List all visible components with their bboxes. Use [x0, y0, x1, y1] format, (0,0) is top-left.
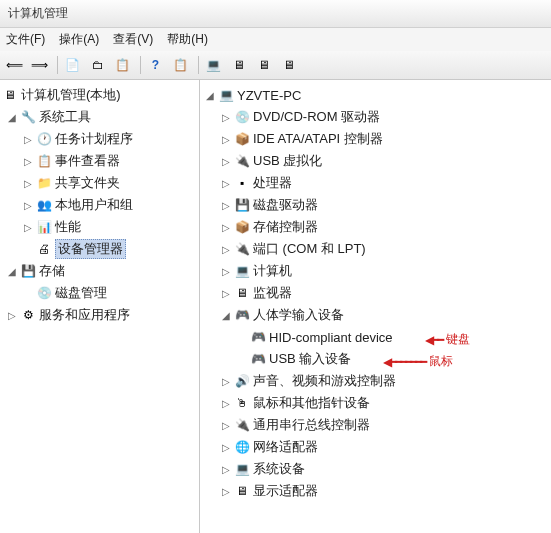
- expand-icon[interactable]: ▷: [220, 287, 232, 299]
- expand-icon[interactable]: ▷: [220, 419, 232, 431]
- up-button[interactable]: 📄: [63, 54, 85, 76]
- cpu-icon: ▪: [234, 175, 250, 191]
- device-mouse[interactable]: ▷ 🖱 鼠标和其他指针设备: [200, 392, 551, 414]
- tree-local-users[interactable]: ▷ 👥 本地用户和组: [0, 194, 199, 216]
- collapse-icon[interactable]: ◢: [204, 89, 216, 101]
- tree-disk-mgmt[interactable]: 💿 磁盘管理: [0, 282, 199, 304]
- expand-icon[interactable]: ▷: [220, 463, 232, 475]
- annotation-mouse: ◀━━━━━━━ 鼠标: [383, 353, 453, 370]
- tree-performance[interactable]: ▷ 📊 性能: [0, 216, 199, 238]
- device-processor[interactable]: ▷ ▪ 处理器: [200, 172, 551, 194]
- properties-icon: 📋: [115, 57, 131, 73]
- device-system-dev[interactable]: ▷ 💻 系统设备: [200, 458, 551, 480]
- expand-icon[interactable]: ▷: [220, 177, 232, 189]
- back-button[interactable]: ⟸: [5, 54, 27, 76]
- device-label: 通用串行总线控制器: [253, 416, 370, 434]
- device-dvd[interactable]: ▷ 💿 DVD/CD-ROM 驱动器: [200, 106, 551, 128]
- refresh-button[interactable]: 📋: [171, 54, 193, 76]
- scan-button[interactable]: 💻: [204, 54, 226, 76]
- properties-button[interactable]: 📋: [113, 54, 135, 76]
- menu-file[interactable]: 文件(F): [6, 31, 45, 48]
- tree-label: 服务和应用程序: [39, 306, 130, 324]
- disable-button[interactable]: 🖥: [279, 54, 301, 76]
- expand-icon[interactable]: ▷: [220, 265, 232, 277]
- tree-device-manager[interactable]: 🖨 设备管理器: [0, 238, 199, 260]
- device-label: 鼠标和其他指针设备: [253, 394, 370, 412]
- device-hid[interactable]: ◢ 🎮 人体学输入设备: [200, 304, 551, 326]
- expand-icon[interactable]: ▷: [22, 155, 34, 167]
- expand-icon[interactable]: ▷: [22, 177, 34, 189]
- uninstall-button[interactable]: 🖥: [254, 54, 276, 76]
- system-icon: 💻: [234, 461, 250, 477]
- device-label: DVD/CD-ROM 驱动器: [253, 108, 380, 126]
- device-ports[interactable]: ▷ 🔌 端口 (COM 和 LPT): [200, 238, 551, 260]
- expand-icon[interactable]: ▷: [22, 221, 34, 233]
- device-sound[interactable]: ▷ 🔊 声音、视频和游戏控制器: [200, 370, 551, 392]
- expand-icon[interactable]: ▷: [220, 375, 232, 387]
- device-mgr-icon: 🖨: [36, 241, 52, 257]
- expand-icon[interactable]: ▷: [22, 199, 34, 211]
- content-area: 🖥 计算机管理(本地) ◢ 🔧 系统工具 ▷ 🕐 任务计划程序 ▷ 📋 事件查看…: [0, 80, 551, 533]
- harddisk-icon: 💾: [234, 197, 250, 213]
- tree-label: 事件查看器: [55, 152, 120, 170]
- dvd-icon: 💿: [234, 109, 250, 125]
- tree-system-tools[interactable]: ◢ 🔧 系统工具: [0, 106, 199, 128]
- menu-action[interactable]: 操作(A): [59, 31, 99, 48]
- expand-icon[interactable]: ▷: [220, 111, 232, 123]
- expand-icon[interactable]: ▷: [22, 133, 34, 145]
- device-computer[interactable]: ◢ 💻 YZVTE-PC: [200, 84, 551, 106]
- device-label: HID-compliant device: [269, 330, 393, 345]
- disk-icon: 💿: [36, 285, 52, 301]
- device-label: USB 输入设备: [269, 350, 351, 368]
- device-usb-ctrl[interactable]: ▷ 🔌 通用串行总线控制器: [200, 414, 551, 436]
- device-label: 网络适配器: [253, 438, 318, 456]
- window-title: 计算机管理: [8, 6, 68, 20]
- expand-icon[interactable]: ▷: [220, 397, 232, 409]
- update-button[interactable]: 🖥: [229, 54, 251, 76]
- expand-icon[interactable]: ▷: [220, 441, 232, 453]
- tree-services[interactable]: ▷ ⚙ 服务和应用程序: [0, 304, 199, 326]
- expand-icon[interactable]: ▷: [220, 221, 232, 233]
- display-icon: 🖥: [234, 483, 250, 499]
- help-button[interactable]: ?: [146, 54, 168, 76]
- monitor-icon: 🖥: [234, 285, 250, 301]
- device-label: IDE ATA/ATAPI 控制器: [253, 130, 383, 148]
- expand-icon[interactable]: ▷: [220, 243, 232, 255]
- toolbar: ⟸ ⟹ 📄 🗀 📋 ? 📋 💻 🖥 🖥 🖥: [0, 51, 551, 80]
- expand-icon[interactable]: ▷: [220, 133, 232, 145]
- tree-event-viewer[interactable]: ▷ 📋 事件查看器: [0, 150, 199, 172]
- clock-icon: 🕐: [36, 131, 52, 147]
- expand-icon[interactable]: ▷: [220, 199, 232, 211]
- tree-task-scheduler[interactable]: ▷ 🕐 任务计划程序: [0, 128, 199, 150]
- expand-icon[interactable]: ▷: [220, 155, 232, 167]
- collapse-icon[interactable]: ◢: [6, 265, 18, 277]
- toolbar-separator: [57, 56, 58, 74]
- tree-storage[interactable]: ◢ 💾 存储: [0, 260, 199, 282]
- tree-root[interactable]: 🖥 计算机管理(本地): [0, 84, 199, 106]
- window-titlebar: 计算机管理: [0, 0, 551, 28]
- show-hide-button[interactable]: 🗀: [88, 54, 110, 76]
- device-storage-ctrl[interactable]: ▷ 📦 存储控制器: [200, 216, 551, 238]
- device-computers[interactable]: ▷ 💻 计算机: [200, 260, 551, 282]
- device-label: 声音、视频和游戏控制器: [253, 372, 396, 390]
- tree-shared-folders[interactable]: ▷ 📁 共享文件夹: [0, 172, 199, 194]
- menu-view[interactable]: 查看(V): [113, 31, 153, 48]
- device-disk-drive[interactable]: ▷ 💾 磁盘驱动器: [200, 194, 551, 216]
- device-hid-compliant[interactable]: 🎮 HID-compliant device: [200, 326, 551, 348]
- device-display[interactable]: ▷ 🖥 显示适配器: [200, 480, 551, 502]
- expand-icon[interactable]: ▷: [220, 485, 232, 497]
- device-ide[interactable]: ▷ 📦 IDE ATA/ATAPI 控制器: [200, 128, 551, 150]
- device-network[interactable]: ▷ 🌐 网络适配器: [200, 436, 551, 458]
- collapse-icon[interactable]: ◢: [220, 309, 232, 321]
- performance-icon: 📊: [36, 219, 52, 235]
- collapse-icon[interactable]: ◢: [6, 111, 18, 123]
- expand-icon[interactable]: ▷: [6, 309, 18, 321]
- storage-icon: 💾: [20, 263, 36, 279]
- menu-help[interactable]: 帮助(H): [167, 31, 208, 48]
- annotation-label: 键盘: [446, 331, 470, 348]
- forward-button[interactable]: ⟹: [30, 54, 52, 76]
- device-usb-input[interactable]: 🎮 USB 输入设备: [200, 348, 551, 370]
- device-monitor[interactable]: ▷ 🖥 监视器: [200, 282, 551, 304]
- device-usb-virt[interactable]: ▷ 🔌 USB 虚拟化: [200, 150, 551, 172]
- toolbar-separator: [198, 56, 199, 74]
